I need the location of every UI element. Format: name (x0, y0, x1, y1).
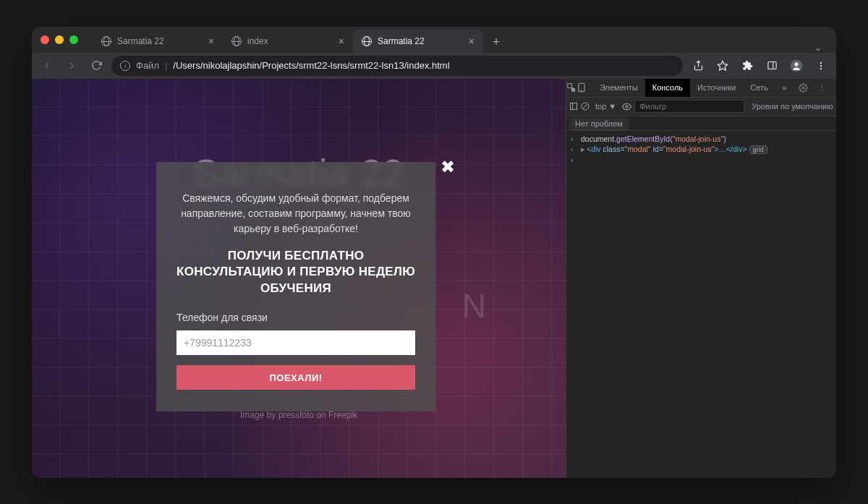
console-result[interactable]: ▸<div class="modal" id="modal-join-us">…… (581, 145, 832, 154)
clear-console-icon[interactable] (581, 97, 590, 116)
devtools-close-icon[interactable]: × (832, 79, 836, 98)
browser-tab[interactable]: Sarmatia 22 × (353, 30, 483, 53)
globe-icon (362, 36, 372, 46)
svg-point-7 (820, 64, 822, 66)
forward-button[interactable] (62, 56, 81, 75)
grid-badge[interactable]: grid (749, 145, 767, 154)
console-output-line: ‹ ▸<div class="modal" id="modal-join-us"… (566, 144, 836, 155)
output-caret-icon: ‹ (571, 145, 576, 153)
console-input-line: › document.getElementById("modal-join-us… (566, 134, 836, 144)
tabs-dropdown-icon[interactable]: ⌄ (814, 43, 822, 53)
svg-point-12 (802, 86, 804, 88)
modal-title: ПОЛУЧИ БЕСПЛАТНО КОНСУЛЬТАЦИЮ И ПЕРВУЮ Н… (176, 248, 415, 298)
tab-title: Sarmatia 22 (117, 36, 203, 46)
side-panel-icon[interactable] (762, 56, 781, 75)
reload-button[interactable] (87, 56, 106, 75)
address-path: /Users/nikolajlapshin/Projects/srmt22-ls… (173, 60, 449, 71)
console-output[interactable]: › document.getElementById("modal-join-us… (566, 131, 836, 478)
devtools-settings-icon[interactable] (794, 79, 813, 98)
tab-title: Sarmatia 22 (378, 36, 463, 46)
tab-title: index (247, 36, 333, 46)
console-sidebar-toggle-icon[interactable] (569, 97, 578, 116)
phone-label: Телефон для связи (176, 312, 415, 323)
close-window-button[interactable] (41, 35, 49, 44)
close-tab-icon[interactable]: × (339, 35, 344, 47)
tab-elements[interactable]: Элементы (592, 79, 645, 98)
svg-point-8 (820, 67, 822, 69)
profile-icon[interactable] (787, 56, 806, 75)
bookmark-star-icon[interactable] (713, 56, 732, 75)
extensions-icon[interactable] (738, 56, 757, 75)
issues-status[interactable]: Нет проблем (569, 118, 629, 130)
console-prompt-line[interactable]: › (566, 155, 836, 165)
menu-dots-icon[interactable] (812, 56, 830, 75)
window-titlebar: Sarmatia 22 × index × Sarmatia 22 × + ⌄ (32, 27, 836, 53)
devtools-tabs: Элементы Консоль Источники Сеть » ⋮ × (566, 79, 836, 98)
browser-content: Sarmatia 22 N Image by pressfoto on Free… (32, 79, 836, 478)
expand-triangle-icon[interactable]: ▸ (581, 145, 585, 153)
background-letter: N (462, 286, 493, 325)
live-expression-icon[interactable] (622, 97, 631, 116)
svg-marker-1 (718, 61, 727, 70)
address-separator: | (165, 60, 167, 71)
svg-point-5 (794, 62, 798, 66)
console-toolbar: top ▼ Уровни по умолчанию ▼ (566, 98, 836, 116)
globe-icon (231, 36, 242, 46)
signup-modal: Свяжемся, обсудим удобный формат, подбер… (156, 162, 435, 412)
device-toggle-icon[interactable] (576, 79, 587, 98)
browser-tab[interactable]: index × (223, 30, 353, 53)
back-button[interactable] (38, 56, 56, 75)
address-bar[interactable]: i Файл | /Users/nikolajlapshin/Projects/… (111, 56, 683, 76)
minimize-window-button[interactable] (55, 35, 64, 44)
svg-line-16 (583, 104, 588, 109)
new-tab-button[interactable]: + (486, 33, 506, 53)
globe-icon (101, 36, 111, 46)
execution-context-selector[interactable]: top ▼ (592, 102, 619, 111)
inspect-element-icon[interactable] (566, 79, 576, 98)
svg-rect-2 (767, 62, 775, 69)
browser-window: Sarmatia 22 × index × Sarmatia 22 × + ⌄ (32, 27, 836, 478)
close-tab-icon[interactable]: × (208, 35, 214, 47)
log-levels-selector[interactable]: Уровни по умолчанию ▼ (752, 102, 836, 111)
close-tab-icon[interactable]: × (469, 35, 475, 47)
browser-tabs: Sarmatia 22 × index × Sarmatia 22 × + ⌄ (93, 27, 827, 53)
svg-rect-13 (571, 103, 577, 110)
modal-subtitle: Свяжемся, обсудим удобный формат, подбер… (176, 191, 415, 236)
maximize-window-button[interactable] (69, 35, 78, 44)
svg-rect-9 (568, 84, 572, 88)
webpage-viewport: Sarmatia 22 N Image by pressfoto on Free… (32, 79, 566, 478)
console-status-row: Нет проблем (566, 116, 836, 131)
browser-tab[interactable]: Sarmatia 22 × (93, 30, 223, 53)
tab-sources[interactable]: Источники (690, 79, 743, 98)
console-code: document.getElementById("modal-join-us") (581, 134, 832, 143)
devtools-menu-icon[interactable]: ⋮ (813, 79, 832, 98)
browser-toolbar: i Файл | /Users/nikolajlapshin/Projects/… (32, 53, 836, 79)
tab-console[interactable]: Консоль (645, 79, 690, 98)
svg-point-17 (626, 105, 628, 107)
modal-close-button[interactable]: ✖ (441, 157, 455, 177)
svg-point-6 (820, 61, 822, 63)
devtools-panel: Элементы Консоль Источники Сеть » ⋮ × (566, 79, 836, 478)
address-scheme: Файл (136, 60, 159, 71)
traffic-lights (41, 35, 78, 44)
info-icon[interactable]: i (120, 61, 130, 71)
share-icon[interactable] (689, 56, 707, 75)
tab-network[interactable]: Сеть (743, 79, 775, 98)
tab-more[interactable]: » (775, 79, 794, 98)
console-filter-input[interactable] (634, 100, 744, 113)
input-caret-icon: › (571, 155, 576, 164)
phone-input[interactable] (176, 330, 415, 355)
input-caret-icon: › (571, 134, 576, 143)
submit-button[interactable]: ПОЕХАЛИ! (176, 365, 415, 390)
